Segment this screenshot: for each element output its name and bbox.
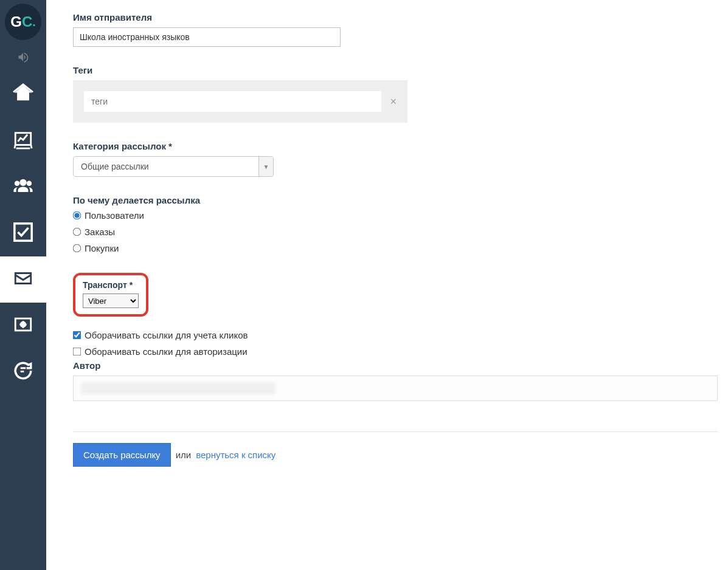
transport-label: Транспорт * (83, 280, 139, 290)
basis-option-orders[interactable]: Заказы (73, 227, 728, 237)
basis-radio-orders-label: Заказы (85, 227, 115, 237)
basis-radio-purchases-label: Покупки (85, 243, 119, 253)
svg-point-1 (19, 179, 26, 186)
transport-select[interactable]: Viber (83, 294, 139, 308)
nav-users[interactable] (0, 164, 46, 210)
author-input[interactable] (73, 376, 718, 401)
author-value-redacted (81, 382, 276, 394)
basis-radio-purchases[interactable] (73, 244, 81, 253)
sidebar: GC. (0, 0, 46, 570)
tags-input[interactable] (84, 91, 381, 112)
logo-g: G (10, 13, 22, 30)
logo-dot: . (32, 15, 36, 29)
sender-name-input[interactable] (73, 27, 341, 47)
svg-point-3 (27, 181, 32, 187)
form-actions: Создать рассылку или вернуться к списку (73, 443, 728, 467)
tags-container: × (73, 80, 407, 123)
svg-point-2 (15, 181, 19, 187)
logo-c: C (22, 13, 32, 30)
wrap-clicks-row[interactable]: Оборачивать ссылки для учета кликов (73, 330, 728, 340)
home-icon (13, 83, 33, 106)
close-icon[interactable]: × (390, 95, 397, 108)
nav-settings-box[interactable] (0, 303, 46, 349)
basis-group: По чему делается рассылка Пользователи З… (73, 195, 728, 253)
wrap-clicks-label: Оборачивать ссылки для учета кликов (85, 330, 248, 340)
sender-name-group: Имя отправителя (73, 12, 728, 47)
check-icon (13, 222, 33, 245)
chevron-down-icon: ▼ (258, 157, 273, 176)
category-selected-value: Общие рассылки (74, 162, 258, 171)
basis-option-users[interactable]: Пользователи (73, 210, 728, 221)
chart-icon (13, 129, 33, 153)
nav-check[interactable] (0, 210, 46, 256)
category-select[interactable]: Общие рассылки ▼ (73, 156, 274, 177)
sender-name-label: Имя отправителя (73, 12, 728, 22)
nav-chat[interactable] (0, 349, 46, 395)
chat-icon (13, 360, 33, 383)
back-link[interactable]: вернуться к списку (196, 450, 276, 460)
author-label: Автор (73, 360, 728, 371)
or-text: или (176, 450, 192, 460)
basis-option-purchases[interactable]: Покупки (73, 243, 728, 253)
tags-label: Теги (73, 65, 728, 75)
transport-highlight: Транспорт * Viber (73, 273, 148, 317)
nav-home[interactable] (0, 72, 46, 118)
category-group: Категория рассылок * Общие рассылки ▼ (73, 141, 728, 177)
mail-icon (13, 268, 33, 291)
submit-button[interactable]: Создать рассылку (73, 443, 171, 467)
category-label: Категория рассылок * (73, 141, 728, 151)
main-content: Имя отправителя Теги × Категория рассыло… (46, 0, 728, 570)
volume-icon (17, 51, 29, 66)
basis-radio-orders[interactable] (73, 228, 81, 236)
svg-point-6 (21, 322, 25, 326)
wrap-clicks-checkbox[interactable] (73, 331, 81, 340)
settings-box-icon (13, 314, 33, 337)
nav-chart[interactable] (0, 118, 46, 164)
nav-volume[interactable] (0, 45, 46, 72)
app-logo: GC. (5, 4, 41, 40)
wrap-auth-row[interactable]: Оборачивать ссылки для авторизации (73, 346, 728, 357)
users-icon (13, 176, 33, 199)
wrap-auth-label: Оборачивать ссылки для авторизации (85, 346, 248, 357)
wrap-auth-checkbox[interactable] (73, 348, 81, 356)
separator (73, 431, 718, 432)
basis-radio-users[interactable] (73, 211, 81, 220)
nav-mail[interactable] (0, 256, 46, 303)
tags-group: Теги × (73, 65, 728, 123)
basis-radio-users-label: Пользователи (85, 210, 144, 221)
basis-label: По чему делается рассылка (73, 195, 728, 205)
